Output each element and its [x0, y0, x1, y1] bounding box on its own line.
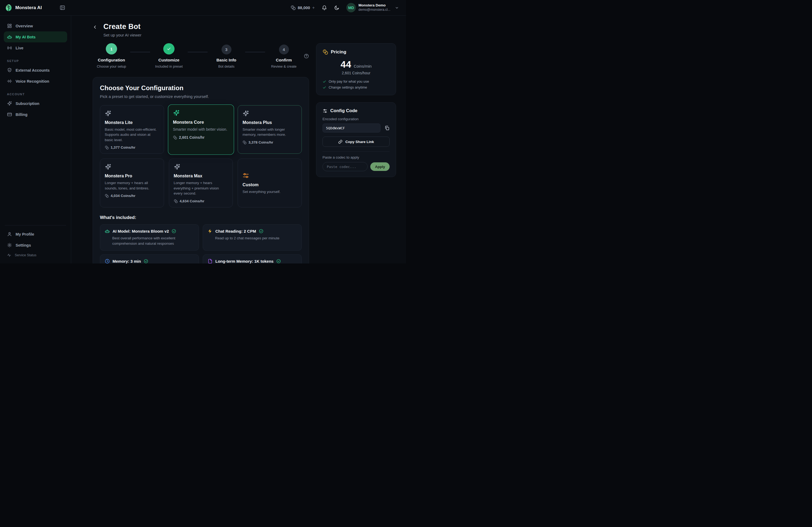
- preset-card-monstera-plus[interactable]: Monstera Plus Smarter model with longer …: [238, 105, 302, 154]
- sidebar-item-subscription[interactable]: Subscription: [4, 98, 67, 109]
- sidebar-section-account: ACCOUNT: [7, 93, 64, 96]
- price-unit: Coins/min: [354, 64, 372, 69]
- credit-card-icon: [7, 112, 12, 117]
- preset-price: 1,377 Coins/hr: [105, 146, 159, 149]
- sidebar-item-label: External Accounts: [16, 68, 50, 73]
- main-content: Create Bot Set up your AI viewer 1 Confi…: [71, 16, 406, 264]
- sidebar-section-setup: SETUP: [7, 59, 64, 62]
- included-item-chat-reading: Chat Reading: 2 CPM Read up to 2 chat me…: [203, 224, 302, 251]
- sidebar-item-voice-recognition[interactable]: Voice Recognition: [4, 76, 67, 87]
- coins-icon: [174, 199, 178, 203]
- pricing-bullet: Change settings anytime: [322, 85, 390, 89]
- check-circle-icon: [172, 229, 176, 234]
- step-confirm[interactable]: 4 Confirm Review & create: [265, 43, 303, 69]
- pricing-panel: Pricing 44 Coins/min 2,601 Coins/hour On…: [316, 43, 396, 95]
- preset-price: 4,634 Coins/hr: [174, 199, 228, 203]
- config-code-title: Config Code: [330, 108, 358, 114]
- sidebar-divider: [5, 225, 66, 225]
- included-grid: AI Model: Monstera Bloom v2 Best overall…: [100, 224, 302, 264]
- step-circle: 1: [106, 43, 117, 55]
- sidebar-item-label: Service Status: [15, 253, 37, 257]
- preset-card-monstera-max[interactable]: Monstera Max Longer memory + hears every…: [169, 159, 233, 207]
- preset-card-monstera-pro[interactable]: Monstera Pro Longer memory + hears all s…: [100, 159, 164, 207]
- step-circle: [163, 43, 175, 55]
- copy-share-link-button[interactable]: Copy Share Link: [322, 137, 390, 147]
- step-connector: [245, 52, 265, 52]
- preset-card-custom[interactable]: Custom Set everything yourself.: [238, 159, 302, 207]
- coins-icon: [243, 140, 246, 144]
- help-circle-icon: [304, 54, 309, 59]
- step-configuration[interactable]: 1 Configuration Choose your setup: [93, 43, 130, 69]
- coin-balance[interactable]: 88,000 +: [291, 5, 315, 10]
- sidebar-item-label: Subscription: [16, 102, 40, 106]
- back-button[interactable]: [93, 25, 98, 30]
- sidebar-item-label: Billing: [16, 112, 27, 117]
- apply-button[interactable]: Apply: [370, 162, 390, 171]
- activity-icon: [7, 253, 11, 257]
- audio-waveform-icon: [7, 79, 12, 84]
- sidebar-item-settings[interactable]: Settings: [4, 240, 67, 251]
- sliders-icon: [243, 172, 249, 179]
- copy-code-button[interactable]: [384, 125, 390, 131]
- user-email: demo@monstera.cl...: [359, 8, 390, 12]
- preset-card-monstera-lite[interactable]: Monstera Lite Basic model, most coin-eff…: [100, 105, 164, 154]
- included-heading: What's included:: [100, 215, 302, 220]
- dashboard-icon: [7, 23, 12, 28]
- coin-balance-value: 88,000: [298, 5, 310, 10]
- broadcast-icon: [7, 45, 12, 50]
- pricing-title: Pricing: [331, 49, 346, 55]
- check-icon: [166, 46, 171, 51]
- gear-icon: [7, 243, 12, 248]
- avatar: MD: [346, 3, 356, 12]
- sidebar-item-live[interactable]: Live: [4, 42, 67, 54]
- step-circle: 4: [279, 45, 289, 55]
- add-coins-button[interactable]: +: [312, 5, 315, 10]
- robot-icon: [7, 34, 12, 40]
- check-circle-icon: [144, 259, 148, 264]
- sidebar-item-label: Voice Recognition: [16, 79, 49, 84]
- sparkles-icon: [173, 109, 180, 116]
- pricing-bullet: Only pay for what you use: [322, 79, 390, 84]
- sidebar-item-my-profile[interactable]: My Profile: [4, 229, 67, 240]
- step-connector: [130, 52, 150, 52]
- check-circle-icon: [259, 229, 263, 234]
- clock-icon: [105, 259, 110, 264]
- monstera-leaf-logo: [5, 4, 13, 12]
- sidebar-item-external-accounts[interactable]: External Accounts: [4, 65, 67, 76]
- config-code-input[interactable]: [322, 123, 380, 133]
- sidebar-item-my-ai-bots[interactable]: My AI Bots: [4, 31, 67, 42]
- user-menu[interactable]: MD Monstera Demo demo@monstera.cl...: [346, 3, 399, 12]
- help-button[interactable]: [304, 54, 309, 59]
- section-subtitle: Pick a preset to get started, or customi…: [100, 94, 302, 99]
- sidebar-collapse-button[interactable]: [60, 5, 65, 11]
- step-circle: 3: [221, 45, 231, 55]
- link-icon: [338, 139, 343, 144]
- paste-codec-input[interactable]: [322, 162, 367, 171]
- step-basic-info[interactable]: 3 Basic Info Bot details: [207, 43, 245, 69]
- sidebar-item-service-status[interactable]: Service Status: [4, 251, 67, 260]
- sidebar-item-label: Settings: [16, 243, 31, 247]
- brand: Monstera AI: [5, 4, 42, 12]
- sparkles-icon: [243, 110, 249, 117]
- sidebar: Overview My AI Bots Live SETUP: [0, 16, 71, 264]
- user-icon: [7, 231, 12, 237]
- sidebar-item-label: My AI Bots: [16, 35, 35, 39]
- included-item-memory: Memory: 3 min Remember everything that h…: [100, 254, 199, 264]
- section-title: Choose Your Configuration: [100, 84, 302, 92]
- dark-mode-toggle[interactable]: [334, 5, 339, 11]
- preset-card-monstera-core[interactable]: Monstera Core Smarter model with better …: [168, 104, 234, 154]
- notifications-button[interactable]: [322, 5, 327, 11]
- check-circle-icon: [276, 259, 281, 264]
- included-item-ai-model: AI Model: Monstera Bloom v2 Best overall…: [100, 224, 199, 251]
- price-per-min: 44: [340, 59, 351, 70]
- sidebar-item-overview[interactable]: Overview: [4, 20, 67, 31]
- copy-icon: [384, 125, 390, 131]
- paste-codec-label: Paste a codec to apply: [322, 155, 390, 160]
- coins-icon: [105, 146, 109, 149]
- sidebar-item-billing[interactable]: Billing: [4, 109, 67, 120]
- panel-divider: [322, 151, 390, 152]
- step-customize[interactable]: Customize Included in preset: [150, 43, 188, 69]
- shield-check-icon: [7, 67, 12, 73]
- app-title: Monstera AI: [15, 5, 42, 11]
- preset-price: 3,378 Coins/hr: [243, 140, 297, 144]
